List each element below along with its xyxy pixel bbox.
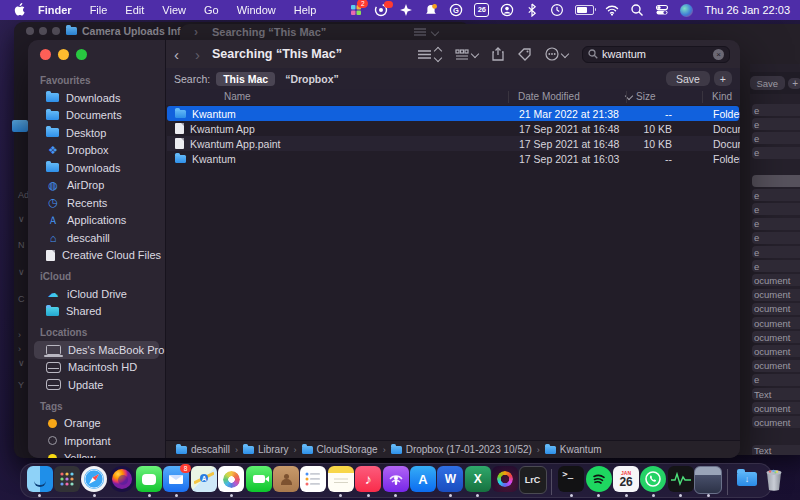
circle-g-icon[interactable]: G (449, 3, 463, 17)
menu-item-file[interactable]: File (90, 4, 108, 16)
dock-item-mail[interactable]: 8 (164, 464, 189, 497)
dock-item-messages[interactable] (137, 464, 162, 497)
table-row[interactable]: Kwantum21 Mar 2022 at 21:38--Folder (167, 106, 739, 121)
column-header-size[interactable]: Size (636, 91, 655, 102)
column-header-name[interactable]: Name (224, 91, 251, 102)
sidebar-item-descahill[interactable]: ⌂descahill (34, 229, 159, 247)
calendar-26-icon[interactable]: 26 (474, 3, 489, 17)
save-search-button[interactable]: Save (666, 71, 710, 86)
group-view-button[interactable] (455, 49, 478, 60)
background-save-button[interactable]: Save (750, 76, 785, 90)
sidebar-item-recents[interactable]: ◷Recents (34, 194, 159, 212)
column-header-kind[interactable]: Kind (712, 91, 732, 102)
sidebar-item-downloads[interactable]: Downloads (34, 89, 159, 107)
dock-item-photos[interactable] (219, 464, 244, 497)
time-machine-icon[interactable] (550, 3, 564, 17)
dock-item-spotify[interactable] (586, 464, 611, 497)
scope-dropbox[interactable]: “Dropbox” (285, 73, 339, 85)
sidebar-item-icloud-drive[interactable]: ☁iCloud Drive (34, 285, 159, 303)
grid-app-icon[interactable]: 2 (349, 3, 363, 17)
menu-clock[interactable]: Thu 26 Jan 22:03 (704, 4, 790, 16)
table-row[interactable]: Kwantum App.paint17 Sep 2021 at 16:4810 … (167, 136, 739, 151)
sidebar-item-orange[interactable]: Orange (34, 415, 159, 433)
sidebar-item-shared[interactable]: Shared (34, 303, 159, 321)
path-segment[interactable]: Library (243, 444, 289, 455)
inactive-traffic-lights[interactable] (26, 27, 60, 35)
column-divider[interactable] (702, 91, 703, 103)
menu-item-go[interactable]: Go (204, 4, 219, 16)
notification-bell-icon[interactable] (424, 3, 438, 17)
menu-item-window[interactable]: Window (237, 4, 276, 16)
dock-item-notes[interactable] (328, 464, 353, 497)
sidebar-item-important[interactable]: Important (34, 432, 159, 450)
tag-icon[interactable] (518, 48, 531, 61)
siri-icon[interactable] (680, 3, 693, 17)
spotlight-search-icon[interactable] (630, 3, 644, 17)
dock-item-firefox[interactable] (109, 464, 134, 497)
dock-item-color-wheel-app[interactable] (493, 464, 518, 497)
menu-item-edit[interactable]: Edit (125, 4, 144, 16)
forward-button[interactable]: › (187, 46, 208, 63)
column-header-date-modified[interactable]: Date Modified (518, 91, 580, 102)
dock-item-podcasts[interactable] (383, 464, 408, 497)
more-actions-button[interactable] (545, 47, 568, 61)
apple-menu[interactable] (8, 3, 30, 18)
dock-item-maps[interactable]: A (191, 464, 216, 497)
dock-item-contacts[interactable] (274, 464, 299, 497)
dock-item-terminal[interactable]: >_ (559, 464, 584, 497)
clear-search-icon[interactable]: × (713, 49, 724, 60)
swirl-app-icon[interactable] (374, 3, 388, 17)
sidebar-item-documents[interactable]: Documents (34, 107, 159, 125)
table-row[interactable]: Kwantum17 Sep 2021 at 16:03--Folder (167, 151, 739, 166)
sidebar-item-downloads[interactable]: Downloads (34, 159, 159, 177)
user-circle-icon[interactable] (500, 3, 514, 17)
path-segment[interactable]: Kwantum (545, 444, 602, 455)
sidebar-item-dropbox[interactable]: ❖Dropbox (34, 142, 159, 160)
path-segment[interactable]: CloudStorage (302, 444, 378, 455)
dock-item-word[interactable]: W (438, 464, 463, 497)
dock-item-facetime[interactable] (246, 464, 271, 497)
minimize-button[interactable] (58, 49, 69, 60)
wifi-icon[interactable] (605, 3, 619, 17)
sidebar-item-macintosh-hd[interactable]: Macintosh HD (34, 359, 159, 377)
dock-item-reminders[interactable] (301, 464, 326, 497)
path-segment[interactable]: descahill (176, 444, 230, 455)
dock-item-downloads-folder[interactable]: ↓ (735, 464, 760, 497)
dock-item-excel[interactable]: X (465, 464, 490, 497)
control-center-icon[interactable] (655, 3, 669, 17)
sidebar-item-applications[interactable]: ＡApplications (34, 212, 159, 230)
search-input[interactable] (602, 48, 709, 60)
sidebar-item-update[interactable]: Update (34, 376, 159, 394)
dock-item-app-store[interactable]: A (410, 464, 435, 497)
share-icon[interactable] (492, 47, 504, 61)
back-button[interactable]: ‹ (166, 46, 187, 63)
dock-item-launchpad[interactable] (54, 464, 79, 497)
scope-this-mac[interactable]: This Mac (216, 72, 275, 86)
battery-icon[interactable] (575, 3, 594, 17)
dock-item-trash-full[interactable] (762, 464, 787, 497)
menu-item-view[interactable]: View (162, 4, 186, 16)
table-row[interactable]: Kwantum App17 Sep 2021 at 16:4810 KBDocu… (167, 121, 739, 136)
dock-item-whatsapp[interactable] (641, 464, 666, 497)
zoom-button[interactable] (76, 49, 87, 60)
add-criteria-button[interactable]: + (714, 71, 732, 86)
menu-item-help[interactable]: Help (294, 4, 317, 16)
close-button[interactable] (40, 49, 51, 60)
column-divider[interactable] (508, 91, 509, 103)
list-view-button[interactable] (418, 48, 441, 61)
sidebar-item-airdrop[interactable]: ◍AirDrop (34, 177, 159, 195)
path-segment[interactable]: Dropbox (17-01-2023 10/52) (391, 444, 532, 455)
column-divider[interactable] (626, 91, 627, 103)
dock-item-calendar[interactable]: JAN26 (614, 464, 639, 497)
search-field[interactable]: × (582, 46, 730, 63)
dock-item-preview-window[interactable] (696, 464, 721, 497)
star-icon[interactable] (399, 3, 413, 17)
sidebar-item-yellow[interactable]: Yellow (34, 450, 159, 459)
dock-item-lightroom-classic[interactable]: LrC (520, 464, 545, 497)
sidebar-item-creative-cloud-files[interactable]: Creative Cloud Files (34, 247, 159, 265)
bluetooth-icon[interactable] (525, 3, 539, 17)
menu-item-finder[interactable]: Finder (38, 4, 72, 16)
dock-item-safari[interactable] (82, 464, 107, 497)
sidebar-item-des-s-macbook-pro[interactable]: Des's MacBook Pro (34, 341, 159, 359)
background-add-button[interactable]: + (788, 78, 800, 89)
